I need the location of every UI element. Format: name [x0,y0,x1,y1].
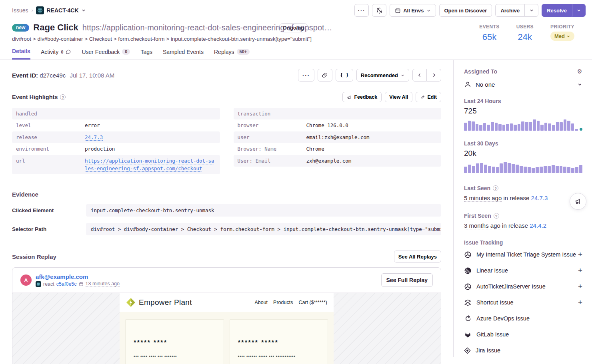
chevron-down-icon [81,8,86,13]
issue-actions: ··· All Envs Open in Discover Archive Re… [354,4,586,17]
users-stat-value[interactable]: 24k [516,32,534,42]
feedback-button[interactable]: Feedback [342,92,382,102]
chart-bar [520,166,523,173]
chevron-down-icon [426,8,431,13]
issue-stats: EVENTS 65k USERS 24k PRIORITY Med [479,22,574,42]
highlight-value[interactable]: 24.7.3 [85,133,103,141]
issue-culprit: div#root > div#body-container > Checkout… [12,36,312,42]
help-icon[interactable]: ? [493,185,498,191]
issue-tracking-item[interactable]: Shortcut Issue+ [464,295,582,310]
add-issue-button[interactable]: + [578,266,582,275]
chart-bar [476,124,479,131]
see-all-replays-button[interactable]: See All Replays [394,251,441,263]
event-highlights-title: Event Highlights ? [12,94,66,100]
chart-bar [479,125,482,131]
next-event-button[interactable] [427,69,441,82]
breadcrumb-issues-link[interactable]: Issues [12,7,28,14]
add-issue-button[interactable]: + [578,250,582,259]
chart-bar [548,166,551,173]
open-in-discover-button[interactable]: Open in Discover [439,4,492,17]
last-24-hours-total: 725 [464,107,582,115]
last-24-hours-chart[interactable] [464,119,582,131]
tab-activity[interactable]: Activity0 [41,48,71,60]
highlight-value: email:zxh@example.com [306,133,370,141]
floating-feedback-button[interactable] [570,193,586,210]
replay-time-ago[interactable]: 13 minutes ago [86,281,120,287]
highlight-value: -- [85,110,91,117]
last-seen-time[interactable]: 5 minutes ago [464,195,502,202]
highlight-value-link[interactable]: 24.7.3 [85,134,103,140]
chevron-left-icon [417,73,422,78]
issue-tracking-item[interactable]: My Internal Ticket Triage System Issue+ [464,247,582,262]
edit-button[interactable]: Edit [416,92,441,102]
issue-tracking-item[interactable]: Linear Issue+ [464,263,582,278]
chevron-down-icon [577,82,582,87]
replay-stage[interactable]: Empower Plant AboutProductsCart ($******… [12,292,441,364]
first-seen-time[interactable]: 3 months ago [464,222,500,229]
avatar: A [20,274,32,286]
issue-tracking-item[interactable]: Jira Issue [464,343,582,358]
replay-nav: AboutProductsCart ($******) [254,300,327,305]
add-issue-button[interactable]: + [578,298,582,307]
issue-tracking-list: My Internal Ticket Triage System Issue+L… [464,247,582,358]
speech-bubble-icon [66,49,71,55]
chart-bar [487,125,490,131]
feedback-button-label: Feedback [354,94,377,100]
event-more-button[interactable]: ··· [298,69,314,82]
resolve-button[interactable]: Resolve [542,4,572,17]
archive-button[interactable]: Archive [495,4,525,17]
chevron-down-icon [566,34,570,38]
tab-sampled-events[interactable]: Sampled Events [163,48,204,60]
replay-id-link[interactable]: c5af0e5c [56,281,77,287]
highlight-row-level: levelerror [12,119,220,131]
tab-user-feedback[interactable]: User Feedback0 [82,48,130,60]
event-timestamp[interactable]: Jul 17, 10:08 AM [70,72,114,79]
assignee-dropdown[interactable]: No one [464,81,582,88]
help-icon[interactable]: ? [60,94,66,100]
chart-bar [492,167,495,173]
chart-bar [529,122,532,131]
project-selector[interactable]: REACT-4CK [36,6,86,14]
tab-tags[interactable]: Tags [140,48,152,60]
highlight-value[interactable]: https://application-monitoring-react-dot… [85,157,216,173]
tab-replays[interactable]: Replays50+ [214,48,250,60]
gear-icon[interactable]: ⚙ [577,68,582,75]
chart-bar [552,165,555,173]
environment-filter-button[interactable]: All Envs [390,4,436,17]
resolve-dropdown-button[interactable] [572,4,586,17]
evidence-label: Selector Path [12,226,86,232]
first-seen-release-link[interactable]: 24.4.2 [530,222,546,229]
view-all-button[interactable]: View All [385,92,412,102]
chart-bar [518,124,521,131]
tab-details[interactable]: Details [12,48,30,60]
attachments-button[interactable] [318,69,332,82]
archive-dropdown-button[interactable] [525,4,538,17]
events-stat-value[interactable]: 65k [479,32,499,42]
help-icon[interactable]: ? [494,213,499,219]
replay-user-link[interactable]: afk@example.com [36,273,120,280]
replay-product-card: ****** ********* ****** ***** *** ******… [230,319,328,364]
last-30-days-chart[interactable] [464,162,582,173]
mute-notifications-button[interactable] [372,4,386,17]
more-actions-button[interactable]: ··· [354,4,369,17]
chart-bar [560,122,563,131]
chart-bar [571,123,574,131]
last-24-hours-title: Last 24 Hours [464,98,582,104]
env-filter-label: All Envs [403,8,424,14]
event-selector-dropdown[interactable]: Recommended [356,69,409,82]
window-icon [395,8,401,14]
add-issue-button[interactable]: + [578,282,582,291]
see-full-replay-button[interactable]: See Full Replay [381,273,433,287]
last-seen-release-link[interactable]: 24.7.3 [531,195,548,201]
issue-tracking-item[interactable]: GitLab Issue [464,327,582,342]
event-toolbar: ··· { } Recommended [298,69,441,82]
event-selector-label: Recommended [361,72,398,78]
highlight-value-link[interactable]: https://application-monitoring-react-dot… [85,158,214,171]
previous-event-button[interactable] [412,69,427,82]
highlight-key: transaction [238,110,306,117]
issue-tracking-item[interactable]: Azure DevOps Issue [464,311,582,326]
issue-tracking-item[interactable]: AutoTicketJiraServer Issue+ [464,279,582,294]
priority-dropdown[interactable]: Med [550,32,574,41]
gitlab-icon [464,331,472,338]
json-button[interactable]: { } [336,69,353,82]
